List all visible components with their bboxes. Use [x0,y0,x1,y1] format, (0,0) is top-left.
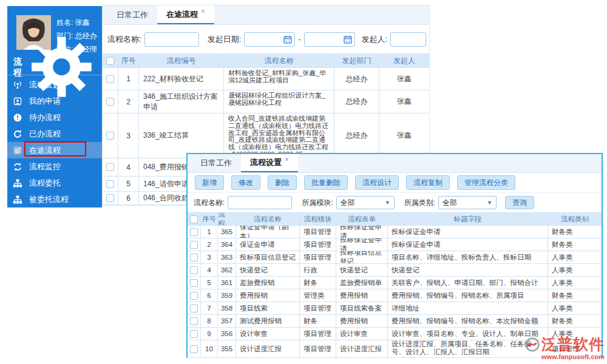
table-row[interactable]: 7 358 项目线索 项目管理 项目线索备案 详细地址 人事类 [188,302,602,315]
col-start-dept: 发起部门 [334,54,379,67]
cell-form: 投标保证金申请 [336,226,388,238]
cell-category: 财务类 [548,226,602,238]
window2-tabbar: 日常工作 流程设置 × [188,154,602,173]
sidebar-item-label: 流程发起 [29,79,61,90]
cell-form: 快递登记 [336,264,388,276]
calendar-icon[interactable] [283,35,292,44]
close-icon[interactable]: × [285,155,289,164]
sidebar-item-delegated-processes[interactable]: 被委托流程 [7,191,102,207]
row-checkbox[interactable] [190,330,198,338]
cell-no: 9 [201,328,218,340]
row-checkbox[interactable] [190,305,198,312]
table-row[interactable]: 9 356 设计审查 项目管理 设计审查 设计审查、项目名称、专业、设计人、制单… [188,328,602,340]
cell-form: 费用报销 [336,315,388,327]
search-button[interactable]: 查询 [505,196,534,209]
tab-in-transit[interactable]: 在途流程 × [157,5,214,24]
table-row[interactable]: 3 363 投标项目信息登记 项目管理 投标项目信息登记 项目名称、详细地址、投… [188,251,602,264]
row-checkbox[interactable] [190,345,198,353]
cell-fields: 项目名称、详细地址、投标负责人、投标日期 [388,251,548,263]
category-select[interactable]: 全部 ▼ [438,196,497,209]
module-select[interactable]: 全部 ▼ [336,196,395,209]
cell-no: 10 [201,340,218,357]
select-all-checkbox[interactable] [190,215,198,223]
cell-initiator: 张鑫 [379,113,429,158]
cell-category: 人事类 [548,277,602,289]
col-process-code: 流程... [218,213,236,225]
table-row[interactable]: 8 357 测试费用报销 财务 费用报销 费用报销、报销编号、报销名称、本次报销… [188,315,602,328]
table-row[interactable]: 1 222_材料验收登记 材料验收登记_材料采购_张鑫_华润12城房建工程项目 … [103,68,429,90]
cell-name: 保证金申请 [236,238,300,251]
cell-fields: 详细地址 [388,302,548,314]
table-row[interactable]: 10 355 设计进度汇报 项目管理 设计进度汇报 设计进度汇报、所属项目、任务… [188,340,602,358]
cell-fields: 投标保证金申请 [388,238,548,251]
edit-button[interactable]: 修改 [231,175,260,190]
cell-fields: 费用报销、报销编号、报销名称、本次报销金额 [388,315,548,327]
table-row[interactable]: 3 336_竣工结算 收入合同_改建铁路成渝线增建第二直通线（成渝枢纽）电力线路… [103,113,429,158]
cell-code: 359 [218,289,236,302]
tab-process-settings[interactable]: 流程设置 × [241,154,298,172]
process-design-button[interactable]: 流程设计 [355,175,399,190]
row-checkbox[interactable] [190,292,198,300]
close-icon[interactable]: × [201,7,205,16]
sidebar-item-in-transit-processes[interactable]: G + 在途流程 [7,142,102,158]
col-process-name: 流程名称 [224,54,334,67]
cell-no: 4 [201,264,218,276]
row-checkbox[interactable] [190,241,198,249]
col-process-form: 流程表单 [336,213,388,225]
process-copy-button[interactable]: 流程复制 [406,175,450,190]
process-name-input[interactable] [228,196,292,209]
cell-dept: 总经办 [334,90,379,113]
table-row[interactable]: 1 365 保证金申请（副本） 项目管理 投标保证金申请 投标保证金申请 财务类 [188,226,602,238]
row-checkbox[interactable] [106,98,114,106]
table-row[interactable]: 5 361 差旅费报销 财务 差旅费报销单 关联客户、报销人、申请日期、部门、报… [188,277,602,289]
refresh-icon [13,129,22,139]
profile-dept: 部门: 总经办 [56,29,97,42]
sidebar-item-process-monitor[interactable]: 流程监控 [7,158,102,175]
sidebar-item-process-delegate[interactable]: 流程委托 [7,175,102,191]
table-row[interactable]: 6 359 费用报销 管理类 费用报销 费用报销、报销编号、报销名称、所属项目 … [188,289,602,302]
cell-name: 费用报销 [236,289,300,302]
manage-process-category-button[interactable]: 管理流程分类 [457,175,515,190]
cell-form: 投标项目信息登记 [336,251,388,263]
delete-button[interactable]: 删除 [268,175,297,190]
alert-icon [13,113,22,123]
row-checkbox[interactable] [190,254,198,261]
row-checkbox[interactable] [190,228,198,236]
row-checkbox[interactable] [106,194,114,202]
row-checkbox[interactable] [190,317,198,325]
profile-name: 姓名: 张鑫 [56,16,97,29]
cell-category: 财务类 [548,289,602,302]
cell-code: 362 [218,264,236,276]
sidebar-item-completed-processes[interactable]: 已办流程 [7,126,102,142]
cell-form: 项目线索备案 [336,302,388,314]
row-checkbox[interactable] [106,75,114,83]
row-checkbox[interactable] [106,180,114,188]
cell-fields: 快递登记 [388,264,548,276]
row-checkbox[interactable] [106,132,114,140]
table-header-row: 序号 流程... 流程名称 流程模块 流程表单 标题字段 流程类别 [188,212,602,226]
tab-daily-work[interactable]: 日常工作 [107,5,157,24]
cell-module: 财务 [300,315,336,327]
cell-category: 人事类 [548,328,602,340]
cell-category: 财务类 [548,315,602,327]
table-row[interactable]: 4 362 快递登记 行政 快递登记 快递登记 人事类 [188,264,602,277]
select-all-checkbox[interactable] [106,57,114,65]
row-checkbox[interactable] [190,266,198,274]
initiator-input[interactable] [390,32,426,47]
sidebar-item-pending-processes[interactable]: 待办流程 [7,109,102,126]
batch-delete-button[interactable]: 批量删除 [304,175,348,190]
calendar-icon[interactable] [344,35,352,44]
table-row[interactable]: 2 364 保证金申请 项目管理 投标保证金申请 投标保证金申请 财务类 [188,238,602,251]
tab-daily-work[interactable]: 日常工作 [191,154,241,172]
cell-no: 8 [201,315,218,327]
cell-no: 1 [118,68,139,90]
cell-category: 财务类 [548,238,602,251]
process-name-input[interactable] [144,32,199,47]
table-row[interactable]: 2 346_施工组织设计方案申请 晟铭园林绿化工程组织设计方案_晟铭园林绿化工程… [103,90,429,113]
cell-fields: 设计进度汇报、所属项目、任务名称、任务编号、设计人、汇报人、汇报日期 [388,340,548,357]
cell-form: 设计审查 [336,328,388,340]
row-checkbox[interactable] [190,279,198,287]
cell-form: 差旅费报销单 [336,277,388,289]
add-button[interactable]: 新增 [195,175,224,190]
row-checkbox[interactable] [106,163,114,171]
